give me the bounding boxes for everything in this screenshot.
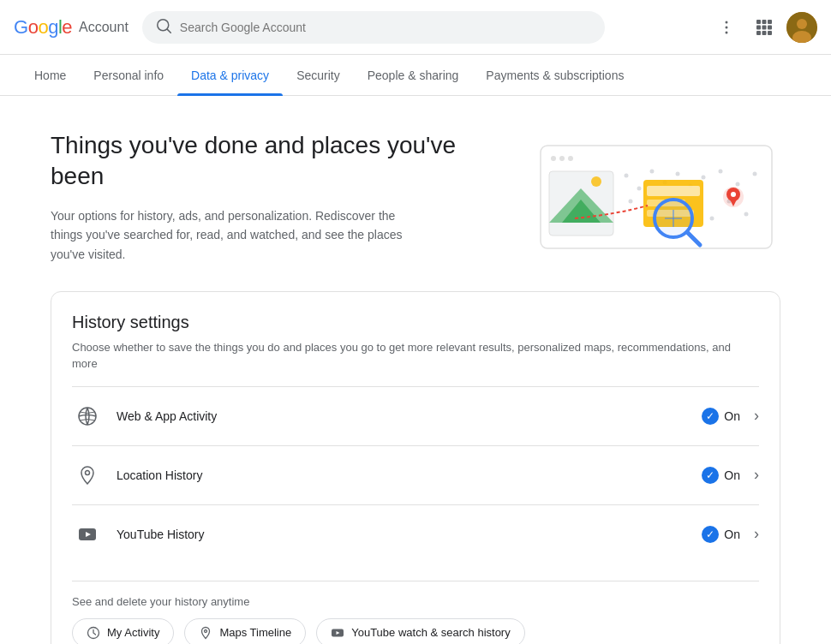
search-bar[interactable] xyxy=(142,11,605,44)
hero-title: Things you've done and places you've bee… xyxy=(51,130,505,193)
svg-rect-7 xyxy=(762,25,767,29)
header-actions xyxy=(711,12,817,43)
svg-point-18 xyxy=(568,156,573,161)
main-content: Things you've done and places you've bee… xyxy=(30,96,801,644)
svg-point-43 xyxy=(731,192,736,197)
svg-point-30 xyxy=(719,169,723,173)
logo-g2: g xyxy=(48,16,58,38)
svg-point-36 xyxy=(710,216,714,220)
avatar[interactable] xyxy=(786,12,817,43)
svg-point-51 xyxy=(86,470,90,474)
svg-rect-8 xyxy=(768,25,772,29)
web-app-activity-item[interactable]: Web & App Activity ✓ On › xyxy=(72,386,759,445)
youtube-watch-label: YouTube watch & search history xyxy=(351,626,510,639)
search-icon xyxy=(156,18,171,37)
svg-point-23 xyxy=(625,173,629,177)
card-description: Choose whether to save the things you do… xyxy=(72,339,759,373)
svg-point-24 xyxy=(637,186,642,190)
settings-list: Web & App Activity ✓ On › Location Histo… xyxy=(72,386,759,564)
nav-item-security[interactable]: Security xyxy=(283,55,354,96)
quick-links: My Activity Maps Timeline xyxy=(72,618,759,644)
apps-button[interactable] xyxy=(749,12,780,43)
svg-rect-4 xyxy=(762,20,767,24)
svg-rect-10 xyxy=(762,31,767,35)
logo-o2: o xyxy=(38,16,48,38)
web-app-activity-status: ✓ On xyxy=(702,408,740,425)
nav-item-people-sharing[interactable]: People & sharing xyxy=(354,55,473,96)
nav-item-home[interactable]: Home xyxy=(21,55,80,96)
svg-point-17 xyxy=(559,156,565,161)
header: Google Account xyxy=(0,0,831,55)
youtube-watch-link[interactable]: YouTube watch & search history xyxy=(316,618,524,644)
web-app-chevron-icon: › xyxy=(754,407,759,425)
youtube-check-icon: ✓ xyxy=(702,526,719,543)
location-status-text: On xyxy=(724,468,740,482)
logo-o1: o xyxy=(28,16,39,38)
bottom-links-label: See and delete your history anytime xyxy=(72,595,759,608)
svg-point-16 xyxy=(551,156,556,161)
svg-point-32 xyxy=(753,171,757,176)
svg-rect-11 xyxy=(768,31,772,35)
svg-rect-6 xyxy=(756,25,761,29)
svg-rect-9 xyxy=(756,31,761,35)
nav-item-data-privacy[interactable]: Data & privacy xyxy=(177,55,283,96)
svg-rect-5 xyxy=(768,20,772,24)
hero-text: Things you've done and places you've bee… xyxy=(51,130,505,264)
youtube-history-label: YouTube History xyxy=(117,528,702,541)
hero-illustration xyxy=(532,141,780,253)
hero-description: Your options for history, ads, and perso… xyxy=(51,206,427,264)
svg-point-55 xyxy=(205,629,207,632)
svg-point-1 xyxy=(726,26,728,28)
main-nav: Home Personal info Data & privacy Securi… xyxy=(0,55,831,96)
card-title: History settings xyxy=(72,313,759,332)
my-activity-label: My Activity xyxy=(107,626,159,639)
nav-item-personal-info[interactable]: Personal info xyxy=(80,55,177,96)
search-input[interactable] xyxy=(180,21,591,34)
history-settings-card: History settings Choose whether to save … xyxy=(51,291,780,644)
svg-point-35 xyxy=(744,212,749,216)
more-options-button[interactable] xyxy=(711,12,742,43)
nav-item-payments[interactable]: Payments & subscriptions xyxy=(472,55,637,96)
svg-point-31 xyxy=(736,182,740,186)
web-app-activity-icon xyxy=(72,401,103,432)
youtube-history-item[interactable]: YouTube History ✓ On › xyxy=(72,504,759,564)
logo-account-text: Account xyxy=(79,20,129,35)
svg-rect-3 xyxy=(756,20,761,24)
bottom-links-section: See and delete your history anytime My A… xyxy=(72,581,759,644)
location-history-item[interactable]: Location History ✓ On › xyxy=(72,445,759,504)
maps-timeline-label: Maps Timeline xyxy=(219,626,291,639)
youtube-status-text: On xyxy=(724,528,740,541)
my-activity-link[interactable]: My Activity xyxy=(72,618,174,644)
location-history-status: ✓ On xyxy=(702,467,740,484)
svg-point-13 xyxy=(797,19,807,29)
logo-e: e xyxy=(62,16,72,38)
location-chevron-icon: › xyxy=(754,466,759,484)
location-history-label: Location History xyxy=(117,468,702,482)
location-history-icon xyxy=(72,460,103,491)
logo-g: G xyxy=(14,16,28,38)
google-logo: Google Account xyxy=(14,16,129,39)
youtube-chevron-icon: › xyxy=(754,525,759,543)
maps-timeline-link[interactable]: Maps Timeline xyxy=(184,618,306,644)
maps-timeline-icon xyxy=(199,626,212,640)
svg-point-27 xyxy=(676,171,680,176)
location-check-icon: ✓ xyxy=(702,467,719,484)
web-app-check-icon: ✓ xyxy=(702,408,719,425)
svg-point-29 xyxy=(702,175,706,179)
my-activity-icon xyxy=(87,626,100,640)
hero-section: Things you've done and places you've bee… xyxy=(51,130,780,264)
web-app-activity-label: Web & App Activity xyxy=(117,409,702,423)
svg-rect-38 xyxy=(647,186,700,196)
web-app-status-text: On xyxy=(724,409,740,423)
svg-point-33 xyxy=(629,199,633,203)
youtube-history-icon xyxy=(72,519,103,550)
youtube-watch-icon xyxy=(331,626,344,640)
svg-point-22 xyxy=(591,176,601,187)
svg-point-2 xyxy=(726,31,728,33)
youtube-history-status: ✓ On xyxy=(702,526,740,543)
svg-point-25 xyxy=(650,169,655,173)
svg-point-0 xyxy=(726,21,728,23)
